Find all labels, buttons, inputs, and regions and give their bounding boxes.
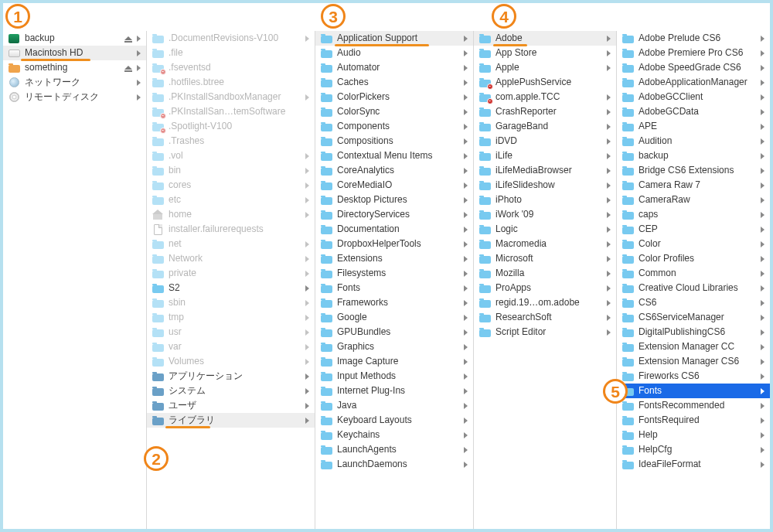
list-item[interactable]: iLifeSlideshow [474,178,616,193]
list-item[interactable]: .PKInstallSan…temSoftware [147,104,315,119]
list-item[interactable]: Adobe Premiere Pro CS6 [617,46,770,60]
list-item[interactable]: Extensions [315,251,473,266]
list-item[interactable]: GPUBundles [315,325,473,339]
list-item[interactable]: Java [315,398,473,413]
list-item[interactable]: ColorSync [315,104,473,119]
list-item[interactable]: installer.failurerequests [147,222,315,237]
list-item[interactable]: Fonts [315,281,473,295]
list-item[interactable]: Keyboard Layouts [315,413,473,428]
list-item[interactable]: CoreMediaIO [315,178,473,193]
list-item[interactable]: Network [147,251,315,266]
list-item[interactable]: .PKInstallSandboxManager [147,90,315,104]
list-item[interactable]: iDVD [474,134,616,148]
list-item[interactable]: Application Support [315,31,473,46]
list-item[interactable]: FontsRecommended [617,398,770,413]
list-item[interactable]: Automator [315,60,473,75]
list-item[interactable]: Common [617,266,770,281]
list-item[interactable]: ネットワーク [3,75,146,90]
list-item[interactable]: HelpCfg [617,442,770,457]
list-item[interactable]: .vol [147,148,315,163]
list-item[interactable]: Adobe Prelude CS6 [617,31,770,46]
list-item[interactable]: .hotfiles.btree [147,75,315,90]
list-item[interactable]: Adobe [474,31,616,46]
list-item[interactable]: Filesystems [315,266,473,281]
list-item[interactable]: var [147,339,315,354]
eject-icon[interactable] [124,66,132,70]
list-item[interactable]: AdobeApplicationManager [617,75,770,90]
list-item[interactable]: com.apple.TCC [474,90,616,104]
list-item[interactable]: Apple [474,60,616,75]
eject-icon[interactable] [124,36,132,40]
list-item[interactable]: .DocumentRevisions-V100 [147,31,315,46]
list-item[interactable]: AdobeGCClient [617,90,770,104]
list-item[interactable]: S2 [147,281,315,295]
list-item[interactable]: APE [617,119,770,134]
list-item[interactable]: Macromedia [474,237,616,251]
list-item[interactable]: Contextual Menu Items [315,148,473,163]
list-item[interactable]: .Spotlight-V100 [147,119,315,134]
list-item[interactable]: DigitalPublishingCS6 [617,325,770,339]
list-item[interactable]: Color [617,237,770,251]
list-item[interactable]: FontsRequired [617,413,770,428]
list-item[interactable]: cores [147,178,315,193]
list-item[interactable]: Image Capture [315,354,473,369]
list-item[interactable]: Extension Manager CS6 [617,354,770,369]
list-item[interactable]: iLifeMediaBrowser [474,163,616,178]
list-item[interactable]: LaunchDaemons [315,457,473,472]
list-item[interactable]: Creative Cloud Libraries [617,281,770,295]
list-item[interactable]: ResearchSoft [474,310,616,325]
list-item[interactable]: tmp [147,310,315,325]
list-item[interactable]: Camera Raw 7 [617,178,770,193]
list-item[interactable]: Frameworks [315,295,473,310]
list-item[interactable]: システム [147,384,315,398]
list-item[interactable]: CameraRaw [617,193,770,207]
list-item[interactable]: Microsoft [474,251,616,266]
list-item[interactable]: sbin [147,295,315,310]
list-item[interactable]: ProApps [474,281,616,295]
list-item[interactable]: GarageBand [474,119,616,134]
list-item[interactable]: DirectoryServices [315,207,473,222]
list-item[interactable]: Graphics [315,339,473,354]
list-item[interactable]: Mozilla [474,266,616,281]
list-item[interactable]: backup [617,148,770,163]
list-item[interactable]: Audio [315,46,473,60]
list-item[interactable]: .Trashes [147,134,315,148]
list-item[interactable]: etc [147,193,315,207]
list-item[interactable]: Script Editor [474,325,616,339]
list-item[interactable]: iLife [474,148,616,163]
list-item[interactable]: CEP [617,222,770,237]
list-item[interactable]: Audition [617,134,770,148]
list-item[interactable]: Compositions [315,134,473,148]
list-item[interactable]: Keychains [315,428,473,442]
list-item[interactable]: リモートディスク [3,90,146,104]
list-item[interactable]: Fireworks CS6 [617,369,770,384]
list-item[interactable]: IdeaFileFormat [617,457,770,472]
list-item[interactable]: regid.19…om.adobe [474,295,616,310]
list-item[interactable]: Google [315,310,473,325]
list-item[interactable]: ColorPickers [315,90,473,104]
list-item[interactable]: Color Profiles [617,251,770,266]
list-item[interactable]: ユーザ [147,398,315,413]
list-item[interactable]: Input Methods [315,369,473,384]
list-item[interactable]: App Store [474,46,616,60]
list-item[interactable]: iPhoto [474,193,616,207]
list-item[interactable]: LaunchAgents [315,442,473,457]
list-item[interactable]: Adobe SpeedGrade CS6 [617,60,770,75]
list-item[interactable]: Components [315,119,473,134]
list-item[interactable]: Fonts [617,384,770,398]
list-item[interactable]: net [147,237,315,251]
list-item[interactable]: アプリケーション [147,369,315,384]
list-item[interactable]: Help [617,428,770,442]
list-item[interactable]: Volumes [147,354,315,369]
list-item[interactable]: Desktop Pictures [315,193,473,207]
list-item[interactable]: usr [147,325,315,339]
list-item[interactable]: AdobeGCData [617,104,770,119]
list-item[interactable]: CrashReporter [474,104,616,119]
list-item[interactable]: ライブラリ [147,413,315,428]
list-item[interactable]: .fseventsd [147,60,315,75]
list-item[interactable]: CS6ServiceManager [617,310,770,325]
list-item[interactable]: home [147,207,315,222]
list-item[interactable]: something [3,60,146,75]
list-item[interactable]: backup [3,31,146,46]
list-item[interactable]: DropboxHelperTools [315,237,473,251]
